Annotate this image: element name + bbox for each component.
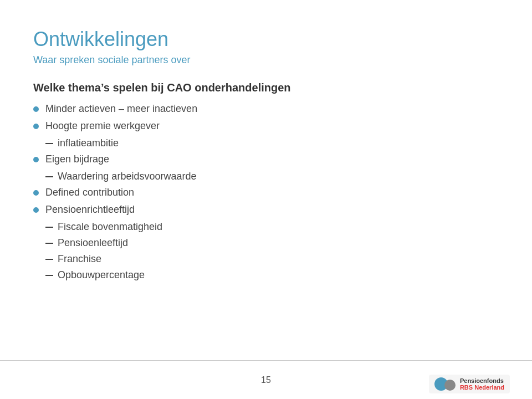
content-area: Minder actieven – meer inactieven Hoogte… bbox=[33, 103, 499, 281]
sub-item-2-1: inflatieambitie bbox=[33, 137, 499, 149]
sub-text-5-1: Fiscale bovenmatigheid bbox=[58, 221, 162, 233]
sub-item-5-4: Opbouwpercentage bbox=[33, 269, 499, 281]
logo-text: Pensioenfonds RBS Nederland bbox=[460, 377, 504, 391]
sub-text-5-3: Franchise bbox=[58, 253, 101, 265]
sub-item-3-1: Waardering arbeidsvoorwaarde bbox=[33, 171, 499, 182]
dash-icon bbox=[45, 243, 53, 244]
dash-icon bbox=[45, 259, 53, 260]
bullet-icon-3 bbox=[33, 157, 39, 162]
dash-icon bbox=[45, 176, 53, 177]
dash-icon bbox=[45, 143, 53, 144]
sub-text-5-4: Opbouwpercentage bbox=[58, 269, 145, 281]
bullet-text-4: Defined contribution bbox=[45, 187, 134, 198]
bullet-text-1: Minder actieven – meer inactieven bbox=[45, 103, 197, 115]
sub-item-5-1: Fiscale bovenmatigheid bbox=[33, 221, 499, 233]
logo-circle-gray bbox=[444, 380, 456, 391]
bullet-item-5: Pensioenrichtleeftijd bbox=[33, 204, 499, 216]
bullet-icon-2 bbox=[33, 124, 39, 129]
bullet-icon-4 bbox=[33, 190, 39, 196]
sub-text-2-1: inflatieambitie bbox=[58, 137, 119, 149]
dash-icon bbox=[45, 275, 53, 276]
logo-text-main: Pensioenfonds bbox=[460, 377, 504, 384]
sub-text-3-1: Waardering arbeidsvoorwaarde bbox=[58, 171, 196, 182]
bullet-item-1: Minder actieven – meer inactieven bbox=[33, 103, 499, 115]
slide-subtitle: Waar spreken sociale partners over bbox=[33, 54, 499, 66]
section-heading: Welke thema’s spelen bij CAO onderhandel… bbox=[33, 81, 499, 94]
slide: Ontwikkelingen Waar spreken sociale part… bbox=[0, 0, 532, 399]
logo-area: Pensioenfonds RBS Nederland bbox=[429, 375, 510, 393]
bullet-text-2: Hoogte premie werkgever bbox=[45, 120, 160, 132]
dash-icon bbox=[45, 227, 53, 228]
sub-item-5-2: Pensioenleeftijd bbox=[33, 237, 499, 249]
bullet-icon-1 bbox=[33, 106, 39, 112]
sub-item-5-3: Franchise bbox=[33, 253, 499, 265]
slide-title: Ontwikkelingen bbox=[33, 28, 499, 51]
footer: 15 Pensioenfonds RBS Nederland bbox=[0, 360, 532, 399]
logo-circles bbox=[434, 377, 456, 391]
bullet-icon-5 bbox=[33, 207, 39, 213]
bullet-text-3: Eigen bijdrage bbox=[45, 154, 109, 165]
page-number: 15 bbox=[261, 375, 271, 385]
bullet-text-5: Pensioenrichtleeftijd bbox=[45, 204, 135, 216]
sub-text-5-2: Pensioenleeftijd bbox=[58, 237, 128, 249]
bullet-item-4: Defined contribution bbox=[33, 187, 499, 198]
bullet-item-3: Eigen bijdrage bbox=[33, 154, 499, 165]
bullet-item-2: Hoogte premie werkgever bbox=[33, 120, 499, 132]
logo-text-sub: RBS Nederland bbox=[460, 384, 504, 391]
